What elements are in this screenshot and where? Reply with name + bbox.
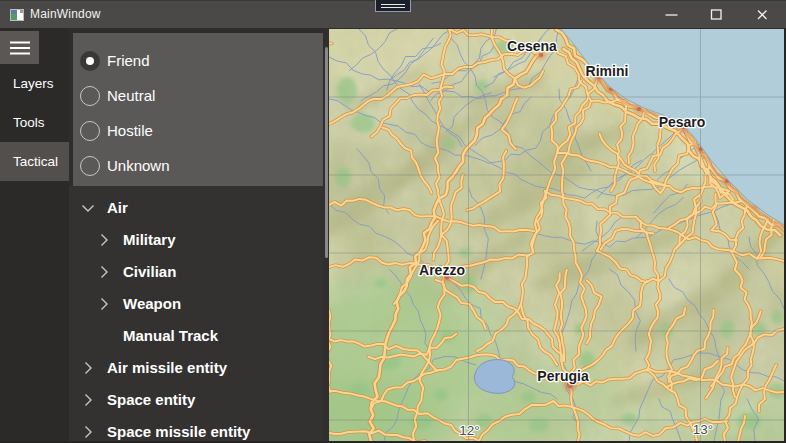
svg-text:13°: 13° [693, 422, 713, 437]
svg-text:Rimini: Rimini [586, 63, 629, 79]
svg-text:Arezzo: Arezzo [419, 262, 465, 278]
svg-text:12°: 12° [459, 423, 479, 438]
svg-text:Cesena: Cesena [507, 38, 557, 54]
svg-text:Perugia: Perugia [537, 368, 589, 384]
svg-text:Pesaro: Pesaro [659, 114, 706, 130]
